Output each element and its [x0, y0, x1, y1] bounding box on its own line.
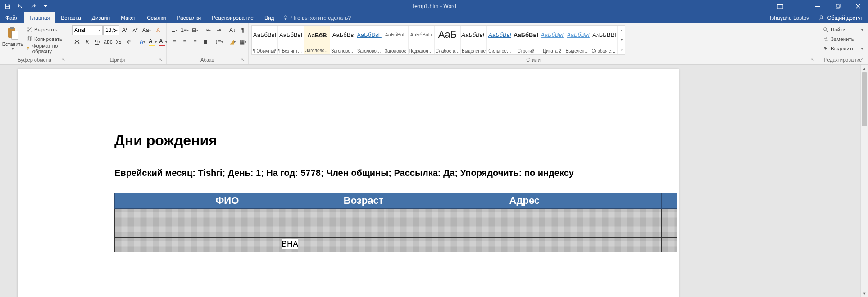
numbering-button[interactable]: 1≡▾	[180, 25, 190, 35]
tab-layout[interactable]: Макет	[115, 12, 141, 23]
doc-heading[interactable]: Дни рождения	[114, 132, 634, 149]
style-item-1[interactable]: АаБбВвI¶ Без инте…	[278, 26, 304, 54]
col-fio[interactable]: ФИО	[115, 193, 340, 209]
tab-view[interactable]: Вид	[259, 12, 280, 23]
table-row[interactable]: ВНА	[115, 238, 677, 252]
styles-dialog-launcher[interactable]: ⤡	[810, 57, 815, 63]
font-size-combo[interactable]: 13,5▾	[103, 25, 119, 35]
style-item-8[interactable]: АаБбВвГВыделение	[461, 26, 487, 54]
sort-button[interactable]: A↓	[227, 25, 237, 35]
paste-button[interactable]: Вставить ▾	[3, 25, 23, 56]
align-center-button[interactable]: ≡	[180, 37, 190, 47]
show-marks-button[interactable]: ¶	[238, 25, 248, 35]
svg-rect-0	[6, 4, 9, 6]
decrease-indent-button[interactable]: ⇤	[204, 25, 214, 35]
style-item-2[interactable]: АаБбВЗаголово…	[304, 26, 330, 54]
style-item-11[interactable]: АаБбВвIЦитата 2	[539, 26, 565, 54]
highlight-button[interactable]: A▾	[148, 37, 158, 47]
restore-button[interactable]	[827, 0, 848, 12]
shading-button[interactable]: ◢▾	[227, 37, 237, 47]
style-item-4[interactable]: АаБбВвГЗаголово…	[356, 26, 382, 54]
undo-button[interactable]	[14, 1, 26, 12]
style-item-0[interactable]: АаБбВвI¶ Обычный	[252, 26, 278, 54]
style-preview: АаБбВвI	[514, 27, 538, 42]
tab-home[interactable]: Главная	[24, 12, 56, 23]
text-effects-button[interactable]: A▾	[137, 37, 147, 47]
scroll-thumb[interactable]	[862, 72, 867, 126]
numbering-icon: 1≡	[181, 27, 187, 33]
paragraph-dialog-launcher[interactable]: ⤡	[240, 57, 245, 63]
bullets-button[interactable]: ≣▾	[169, 25, 179, 35]
superscript-button[interactable]: x²	[124, 37, 134, 47]
style-item-6[interactable]: АаБбВвГгПодзаголо…	[409, 26, 435, 54]
subscript-button[interactable]: x₂	[114, 37, 123, 47]
table-row[interactable]	[115, 209, 677, 223]
font-dialog-launcher[interactable]: ⤡	[158, 57, 164, 63]
share-button[interactable]: Общий доступ	[813, 12, 868, 23]
underline-button[interactable]: Ч▾	[93, 37, 103, 47]
align-right-button[interactable]: ≡	[190, 37, 200, 47]
col-extra[interactable]	[662, 193, 677, 209]
style-preview: АаБбВвI	[279, 27, 302, 42]
tab-design[interactable]: Дизайн	[86, 12, 115, 23]
style-item-7[interactable]: АаБСлабое в…	[435, 26, 461, 54]
change-case-button[interactable]: Aa▾	[141, 25, 153, 35]
signed-in-user[interactable]: Ishayahu Lastov	[765, 12, 813, 23]
tab-review[interactable]: Рецензирование	[206, 12, 259, 23]
format-painter-button[interactable]: Формат по образцу	[24, 44, 66, 53]
doc-subheading[interactable]: Еврейский месяц: Tishri; День: 1; На год…	[114, 168, 634, 178]
ribbon-display-options[interactable]	[773, 0, 787, 12]
borders-button[interactable]: ▦▾	[238, 37, 248, 47]
shrink-font-button[interactable]: A▾	[130, 25, 140, 35]
table-row[interactable]	[115, 223, 677, 238]
gallery-row-down[interactable]: ▾	[618, 35, 625, 45]
tab-file[interactable]: Файл	[0, 12, 24, 23]
minimize-button[interactable]	[807, 0, 827, 12]
strikethrough-button[interactable]: abc	[103, 37, 113, 47]
style-item-9[interactable]: АаБбВвIСильное…	[487, 26, 513, 54]
close-button[interactable]	[848, 0, 868, 12]
style-item-10[interactable]: АаБбВвIСтрогий	[513, 26, 539, 54]
find-button[interactable]: Найти▾	[821, 25, 865, 34]
col-address[interactable]: Адрес	[387, 193, 662, 209]
bold-button[interactable]: Ж	[72, 37, 82, 47]
redo-button[interactable]	[27, 1, 39, 12]
vertical-scrollbar[interactable]: ▲ ▼	[860, 65, 868, 297]
replace-button[interactable]: Заменить	[821, 35, 865, 44]
gallery-expand[interactable]: ▿	[618, 45, 625, 54]
ribbon: Вставить ▾ Вырезать Копировать Формат по…	[0, 23, 868, 65]
tab-references[interactable]: Ссылки	[141, 12, 171, 23]
line-spacing-button[interactable]: ↕≡▾	[214, 37, 224, 47]
copy-button[interactable]: Копировать	[24, 35, 66, 44]
increase-indent-button[interactable]: ⇥	[214, 25, 224, 35]
clipboard-dialog-launcher[interactable]: ⤡	[61, 57, 66, 63]
multilevel-button[interactable]: ⊟▾	[190, 25, 200, 35]
style-item-5[interactable]: АаБбВвГЗаголовок	[382, 26, 409, 54]
cut-button[interactable]: Вырезать	[24, 25, 66, 34]
save-button[interactable]	[2, 1, 14, 12]
collapse-ribbon-button[interactable]: ˄	[859, 56, 866, 63]
gallery-row-up[interactable]: ▴	[618, 26, 625, 35]
align-left-button[interactable]: ≡	[169, 37, 179, 47]
qat-customize-button[interactable]	[40, 1, 51, 12]
scroll-up-button[interactable]: ▲	[861, 65, 868, 72]
font-name-combo[interactable]: Arial▾	[72, 25, 103, 35]
style-item-12[interactable]: АаБбВвIВыделенн…	[565, 26, 591, 54]
clear-formatting-button[interactable]: A̷	[153, 25, 163, 35]
page[interactable]: Дни рождения Еврейский месяц: Tishri; Де…	[18, 69, 679, 297]
align-center-icon: ≡	[183, 39, 186, 45]
style-item-13[interactable]: АаББВВIСлабая сс…	[591, 26, 618, 54]
tell-me-search[interactable]: Что вы хотите сделать?	[282, 12, 351, 23]
style-item-3[interactable]: АаБбВвЗаголово…	[330, 26, 356, 54]
copy-icon	[26, 36, 32, 42]
col-age[interactable]: Возраст	[340, 193, 387, 209]
select-button[interactable]: Выделить▾	[821, 44, 865, 53]
doc-table[interactable]: ФИО Возраст Адрес ВНА	[114, 193, 677, 252]
italic-button[interactable]: К	[82, 37, 92, 47]
grow-font-button[interactable]: A▴	[120, 25, 130, 35]
tab-insert[interactable]: Вставка	[55, 12, 86, 23]
scroll-down-button[interactable]: ▼	[861, 289, 868, 297]
justify-button[interactable]: ≣	[200, 37, 210, 47]
share-label: Общий доступ	[827, 15, 863, 21]
tab-mailings[interactable]: Рассылки	[171, 12, 206, 23]
